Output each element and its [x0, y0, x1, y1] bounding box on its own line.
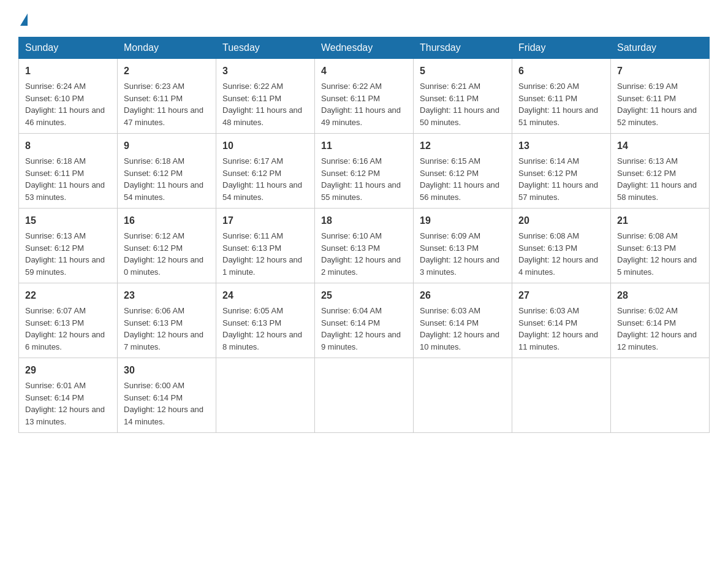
day-number: 2 — [124, 64, 210, 79]
daylight-text: Daylight: 11 hours and 54 minutes. — [124, 180, 203, 202]
daylight-text: Daylight: 11 hours and 47 minutes. — [124, 105, 203, 127]
day-cell-22: 22Sunrise: 6:07 AMSunset: 6:13 PMDayligh… — [19, 283, 118, 358]
sunrise-text: Sunrise: 6:20 AM — [518, 82, 579, 91]
sunset-text: Sunset: 6:12 PM — [124, 243, 183, 253]
sunset-text: Sunset: 6:12 PM — [420, 169, 479, 178]
sunset-text: Sunset: 6:12 PM — [25, 243, 84, 253]
day-info: Sunrise: 6:13 AMSunset: 6:12 PMDaylight:… — [617, 155, 703, 203]
day-cell-27: 27Sunrise: 6:03 AMSunset: 6:14 PMDayligh… — [512, 283, 611, 358]
day-cell-25: 25Sunrise: 6:04 AMSunset: 6:14 PMDayligh… — [315, 283, 414, 358]
day-number: 22 — [25, 288, 111, 303]
day-number: 3 — [222, 64, 308, 79]
daylight-text: Daylight: 12 hours and 3 minutes. — [420, 255, 499, 277]
week-row-3: 15Sunrise: 6:13 AMSunset: 6:12 PMDayligh… — [19, 209, 710, 283]
day-cell-3: 3Sunrise: 6:22 AMSunset: 6:11 PMDaylight… — [216, 59, 315, 134]
sunset-text: Sunset: 6:14 PM — [321, 318, 380, 327]
day-cell-17: 17Sunrise: 6:11 AMSunset: 6:13 PMDayligh… — [216, 209, 315, 283]
daylight-text: Daylight: 12 hours and 8 minutes. — [222, 330, 302, 351]
day-cell-26: 26Sunrise: 6:03 AMSunset: 6:14 PMDayligh… — [414, 283, 512, 358]
day-cell-16: 16Sunrise: 6:12 AMSunset: 6:12 PMDayligh… — [118, 209, 216, 283]
day-cell-8: 8Sunrise: 6:18 AMSunset: 6:11 PMDaylight… — [19, 134, 118, 209]
sunset-text: Sunset: 6:13 PM — [420, 243, 479, 253]
day-cell-28: 28Sunrise: 6:02 AMSunset: 6:14 PMDayligh… — [611, 283, 710, 358]
logo — [18, 12, 28, 25]
day-number: 20 — [518, 213, 604, 228]
col-header-thursday: Thursday — [414, 37, 512, 59]
day-info: Sunrise: 6:18 AMSunset: 6:12 PMDaylight:… — [124, 155, 210, 203]
day-cell-5: 5Sunrise: 6:21 AMSunset: 6:11 PMDaylight… — [414, 59, 512, 134]
daylight-text: Daylight: 12 hours and 4 minutes. — [518, 255, 598, 277]
sunset-text: Sunset: 6:13 PM — [617, 243, 676, 253]
sunset-text: Sunset: 6:12 PM — [124, 169, 183, 178]
daylight-text: Daylight: 12 hours and 0 minutes. — [124, 255, 203, 277]
daylight-text: Daylight: 12 hours and 13 minutes. — [25, 405, 105, 426]
day-number: 19 — [420, 213, 506, 228]
day-number: 23 — [124, 288, 210, 303]
col-header-monday: Monday — [118, 37, 216, 59]
sunset-text: Sunset: 6:13 PM — [222, 318, 281, 327]
daylight-text: Daylight: 12 hours and 10 minutes. — [420, 330, 499, 351]
col-header-tuesday: Tuesday — [216, 37, 315, 59]
day-number: 24 — [222, 288, 308, 303]
day-info: Sunrise: 6:10 AMSunset: 6:13 PMDaylight:… — [321, 230, 407, 278]
day-info: Sunrise: 6:13 AMSunset: 6:12 PMDaylight:… — [25, 230, 111, 278]
daylight-text: Daylight: 11 hours and 53 minutes. — [25, 180, 105, 202]
day-cell-30: 30Sunrise: 6:00 AMSunset: 6:14 PMDayligh… — [118, 358, 216, 433]
day-info: Sunrise: 6:08 AMSunset: 6:13 PMDaylight:… — [617, 230, 703, 278]
daylight-text: Daylight: 12 hours and 11 minutes. — [518, 330, 598, 351]
day-number: 21 — [617, 213, 703, 228]
sunrise-text: Sunrise: 6:01 AM — [25, 381, 86, 390]
sunset-text: Sunset: 6:11 PM — [222, 94, 281, 103]
sunrise-text: Sunrise: 6:17 AM — [222, 156, 283, 166]
sunrise-text: Sunrise: 6:07 AM — [25, 306, 86, 315]
day-info: Sunrise: 6:11 AMSunset: 6:13 PMDaylight:… — [222, 230, 308, 278]
sunset-text: Sunset: 6:14 PM — [420, 318, 479, 327]
sunrise-text: Sunrise: 6:04 AM — [321, 306, 382, 315]
sunrise-text: Sunrise: 6:11 AM — [222, 231, 283, 240]
empty-cell — [512, 358, 611, 433]
day-number: 18 — [321, 213, 407, 228]
day-cell-23: 23Sunrise: 6:06 AMSunset: 6:13 PMDayligh… — [118, 283, 216, 358]
sunrise-text: Sunrise: 6:00 AM — [124, 381, 184, 390]
day-number: 11 — [321, 139, 407, 153]
logo-triangle-icon — [20, 13, 28, 26]
daylight-text: Daylight: 11 hours and 59 minutes. — [25, 255, 105, 277]
sunrise-text: Sunrise: 6:24 AM — [25, 82, 86, 91]
sunset-text: Sunset: 6:12 PM — [321, 169, 380, 178]
daylight-text: Daylight: 11 hours and 49 minutes. — [321, 105, 401, 127]
daylight-text: Daylight: 11 hours and 46 minutes. — [25, 105, 105, 127]
day-cell-29: 29Sunrise: 6:01 AMSunset: 6:14 PMDayligh… — [19, 358, 118, 433]
daylight-text: Daylight: 11 hours and 50 minutes. — [420, 105, 499, 127]
day-info: Sunrise: 6:00 AMSunset: 6:14 PMDaylight:… — [124, 380, 210, 427]
daylight-text: Daylight: 11 hours and 48 minutes. — [222, 105, 302, 127]
sunset-text: Sunset: 6:11 PM — [617, 94, 676, 103]
sunset-text: Sunset: 6:11 PM — [420, 94, 479, 103]
day-info: Sunrise: 6:23 AMSunset: 6:11 PMDaylight:… — [124, 80, 210, 128]
day-info: Sunrise: 6:09 AMSunset: 6:13 PMDaylight:… — [420, 230, 506, 278]
sunset-text: Sunset: 6:13 PM — [124, 318, 183, 327]
daylight-text: Daylight: 11 hours and 54 minutes. — [222, 180, 302, 202]
daylight-text: Daylight: 11 hours and 55 minutes. — [321, 180, 401, 202]
day-number: 13 — [518, 139, 604, 153]
day-number: 14 — [617, 139, 703, 153]
sunset-text: Sunset: 6:10 PM — [25, 94, 84, 103]
day-number: 6 — [518, 64, 604, 79]
day-cell-14: 14Sunrise: 6:13 AMSunset: 6:12 PMDayligh… — [611, 134, 710, 209]
day-number: 12 — [420, 139, 506, 153]
sunrise-text: Sunrise: 6:08 AM — [617, 231, 678, 240]
calendar-header-row: SundayMondayTuesdayWednesdayThursdayFrid… — [19, 37, 710, 59]
day-cell-21: 21Sunrise: 6:08 AMSunset: 6:13 PMDayligh… — [611, 209, 710, 283]
day-cell-11: 11Sunrise: 6:16 AMSunset: 6:12 PMDayligh… — [315, 134, 414, 209]
day-number: 15 — [25, 213, 111, 228]
daylight-text: Daylight: 12 hours and 12 minutes. — [617, 330, 697, 351]
day-cell-6: 6Sunrise: 6:20 AMSunset: 6:11 PMDaylight… — [512, 59, 611, 134]
sunrise-text: Sunrise: 6:03 AM — [420, 306, 480, 315]
day-number: 29 — [25, 363, 111, 378]
day-cell-4: 4Sunrise: 6:22 AMSunset: 6:11 PMDaylight… — [315, 59, 414, 134]
day-cell-9: 9Sunrise: 6:18 AMSunset: 6:12 PMDaylight… — [118, 134, 216, 209]
sunset-text: Sunset: 6:14 PM — [518, 318, 577, 327]
sunset-text: Sunset: 6:12 PM — [222, 169, 281, 178]
week-row-4: 22Sunrise: 6:07 AMSunset: 6:13 PMDayligh… — [19, 283, 710, 358]
day-cell-19: 19Sunrise: 6:09 AMSunset: 6:13 PMDayligh… — [414, 209, 512, 283]
sunrise-text: Sunrise: 6:18 AM — [124, 156, 184, 166]
